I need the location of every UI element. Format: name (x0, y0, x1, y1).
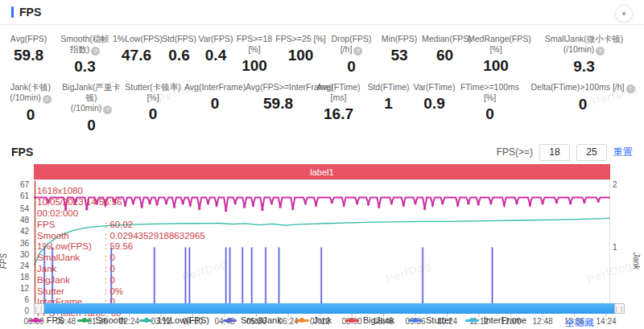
stats-row-1: Avg(FPS)59.8Smooth(稳帧指数)?0.31%Low(FPS)47… (0, 34, 644, 76)
legend-label: Stutter (426, 315, 452, 325)
legend-item-smooth[interactable]: Smooth (77, 315, 126, 325)
help-icon[interactable]: ? (596, 47, 605, 56)
legend-item-1-low-fps-[interactable]: 1%Low(FPS) (139, 315, 209, 325)
stat-label: Std(FPS) (160, 34, 198, 44)
stat-label: Smooth(稳帧指数)? (57, 34, 113, 56)
stat-cell: Min(FPS)53 (377, 34, 422, 76)
stat-cell: Drop(FPS) [/h]?0 (326, 34, 377, 76)
stat-cell: Smooth(稳帧指数)?0.3 (57, 34, 113, 76)
y-axis-tick-label: 12 (2, 284, 29, 293)
chart-horizontal-scrollbar[interactable] (34, 303, 625, 314)
reset-link[interactable]: 重置 (613, 146, 633, 159)
legend-item-stutter[interactable]: Stutter (408, 315, 452, 325)
stat-label: Median(FPS) (422, 34, 468, 44)
chart-label-banner[interactable]: label1 (34, 164, 610, 179)
stat-label: Avg(InterFrame) (184, 82, 246, 93)
fps-dip-marker (207, 202, 209, 204)
fps-dip-marker (173, 206, 175, 208)
stat-label: Avg(FPS>=InterFrame) (246, 82, 311, 93)
legend-item-interframe[interactable]: InterFrame (465, 315, 526, 325)
stat-cell: BigJank(严重卡顿) (/10min)?0 (61, 82, 122, 134)
stat-value: 16.7 (311, 105, 366, 123)
fps-dip-marker (252, 204, 254, 207)
help-icon[interactable]: ? (626, 84, 635, 93)
fps-dip-marker (583, 201, 585, 204)
stat-cell: MedRange(FPS)[%]100 (468, 34, 524, 76)
stat-label: Min(FPS) (377, 34, 422, 44)
stat-label: Std(FTime) (366, 82, 411, 93)
chart-legend: FPSSmooth1%Low(FPS)SmallJankJankBigJankS… (0, 315, 555, 325)
fps-dip-marker (47, 201, 50, 204)
fps-dip-marker (225, 210, 227, 212)
fps-threshold-input-2[interactable] (576, 144, 607, 161)
stat-value: 0 (522, 96, 644, 113)
legend-item-smalljank[interactable]: SmallJank (223, 315, 282, 325)
scrollbar-right-handle[interactable]: ❘❘ (614, 303, 625, 314)
legend-label: InterFrame (483, 315, 526, 325)
stat-label: Jank(卡顿) (/10min)? (0, 82, 61, 104)
stat-cell: Var(FPS)0.4 (198, 34, 233, 76)
help-icon[interactable]: ? (353, 47, 362, 56)
legend-item-fps[interactable]: FPS (29, 315, 64, 325)
fps-dip-marker (96, 202, 98, 204)
legend-label: 1%Low(FPS) (157, 315, 209, 325)
stat-value: 9.3 (524, 58, 644, 76)
stat-label: Avg(FTime) [ms] (311, 82, 366, 103)
stat-value: 59.8 (0, 47, 57, 64)
legend-label: SmallJank (241, 315, 282, 325)
legend-marker-icon (139, 318, 153, 323)
fps-dip-marker (149, 202, 151, 204)
stat-value: 0.6 (160, 47, 198, 64)
collapse-button[interactable]: ▾ (615, 5, 633, 23)
fps-dip-marker (431, 204, 434, 207)
jank-axis-tick-label: 1 (613, 243, 632, 252)
fps-threshold-input-1[interactable] (539, 144, 570, 161)
jank-axis-tick-label: 2 (613, 180, 632, 189)
fps-dip-marker (343, 204, 345, 207)
stat-value: 0 (61, 117, 122, 134)
stat-value: 100 (275, 47, 326, 64)
chart-section-title: FPS (11, 146, 33, 158)
legend-label: Jank (313, 315, 332, 325)
fps-series-line (34, 198, 610, 211)
legend-item-jank[interactable]: Jank (295, 315, 332, 325)
stat-label: Avg(FPS) (0, 34, 57, 44)
stat-label: Delta(FTime)>100ms [/h]? (522, 82, 644, 93)
y-axis-tick-label: 30 (2, 250, 29, 259)
fps-dip-marker (234, 202, 237, 204)
stat-label: SmallJank(微小卡顿) (/10min)? (524, 34, 644, 56)
fps-dip-marker (555, 201, 558, 204)
fps-dip-marker (198, 208, 200, 210)
y-axis-tick-label: 67 (2, 180, 29, 189)
fps-dip-marker (456, 204, 459, 207)
fps-dip-marker (542, 202, 544, 204)
stat-cell: Var(FTime)0.9 (411, 82, 458, 134)
stat-cell: Stutter(卡顿率) [%]0 (122, 82, 184, 134)
fps-dip-marker (503, 204, 506, 207)
fps-dip-marker (104, 204, 106, 207)
legend-marker-icon (29, 318, 43, 323)
scrollbar-left-handle[interactable]: ❘❘ (34, 303, 44, 314)
stat-label: Stutter(卡顿率) [%] (122, 82, 184, 103)
fps-dip-marker (441, 202, 444, 204)
stat-cell: Avg(FTime) [ms]16.7 (311, 82, 366, 134)
stat-value: 47.6 (113, 47, 160, 64)
legend-label: BigJank (363, 315, 394, 325)
stat-cell: SmallJank(微小卡顿) (/10min)?9.3 (524, 34, 644, 76)
stat-cell: Avg(FPS>=InterFrame)59.8 (246, 82, 311, 134)
fps-dip-marker (85, 208, 88, 211)
help-icon[interactable]: ? (103, 105, 112, 114)
hide-all-link[interactable]: 全隐藏 (565, 316, 594, 329)
y-axis-tick-label: 61 (2, 191, 29, 200)
stat-cell: Median(FPS)60 (422, 34, 468, 76)
legend-item-bigjank[interactable]: BigJank (345, 315, 394, 325)
chart-plot-area[interactable] (34, 179, 610, 318)
fps-dip-marker (402, 204, 405, 207)
help-icon[interactable]: ? (91, 47, 100, 56)
stat-label: Var(FTime) (411, 82, 458, 93)
fps-dip-marker (74, 202, 76, 204)
help-icon[interactable]: ? (43, 95, 52, 104)
stat-cell: FTime>=100ms [%]0 (458, 82, 522, 134)
fps-dip-marker (529, 204, 531, 207)
stat-cell: Delta(FTime)>100ms [/h]?0 (522, 82, 644, 134)
